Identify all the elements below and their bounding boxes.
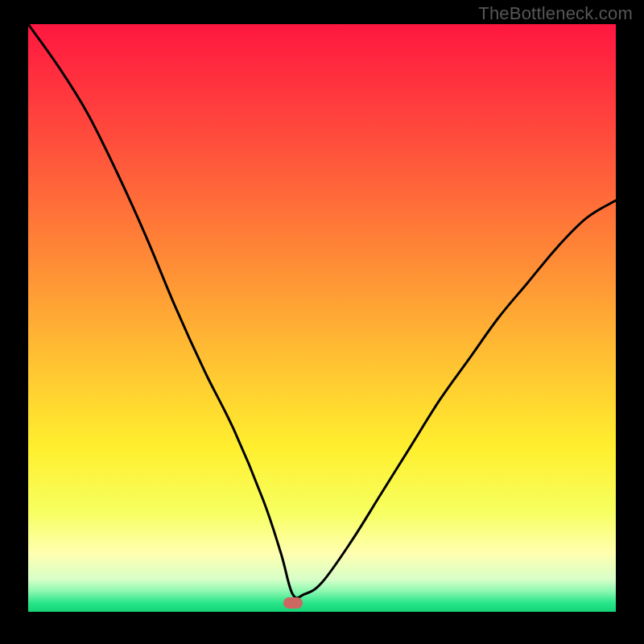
chart-frame: TheBottleneck.com [0,0,644,644]
bottleneck-chart [28,24,616,612]
gradient-background [28,24,616,612]
plot-area [28,24,616,612]
watermark-text: TheBottleneck.com [478,3,633,24]
optimal-point-marker [283,597,303,609]
